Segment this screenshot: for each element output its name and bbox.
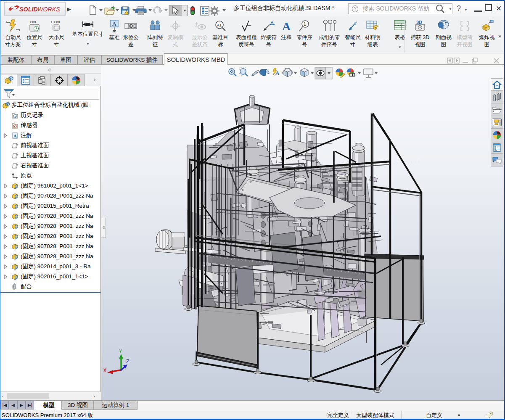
svg-text:A: A: [112, 21, 116, 27]
svg-text:xxx: xxx: [29, 20, 36, 24]
svg-text:A: A: [282, 20, 291, 33]
svg-text:SOLID: SOLID: [19, 6, 38, 13]
svg-text:Y: Y: [119, 349, 122, 355]
svg-text:X: X: [103, 368, 106, 374]
svg-text:1: 1: [304, 22, 306, 26]
svg-text:xxx: xxx: [53, 20, 60, 24]
svg-text:A: A: [275, 70, 280, 76]
svg-text:Z: Z: [126, 359, 129, 365]
svg-text:WORKS: WORKS: [37, 6, 60, 13]
svg-text:A: A: [13, 133, 17, 138]
svg-text:!: !: [127, 12, 128, 16]
svg-text:A1: A1: [217, 23, 222, 27]
svg-text:3D: 3D: [416, 20, 422, 25]
